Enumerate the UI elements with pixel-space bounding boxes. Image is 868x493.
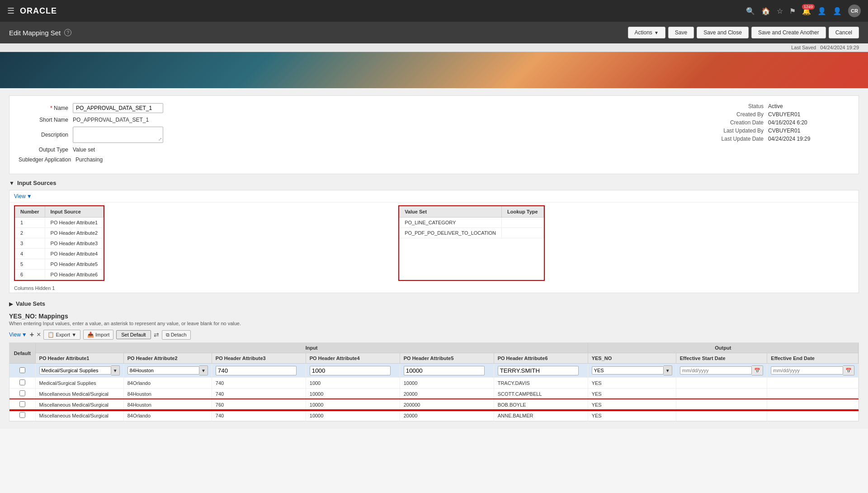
input-sources-view-btn[interactable]: View ▼: [14, 193, 32, 199]
cell-attr1[interactable]: ▼: [35, 364, 123, 378]
attr5-input[interactable]: [404, 366, 485, 375]
save-create-another-button[interactable]: Save and Create Another: [751, 27, 826, 38]
row-number: 3: [15, 238, 45, 249]
form-grid: Name Short Name PO_APPROVAL_DATA_SET_1 D…: [19, 103, 849, 166]
th-attr2: PO Header Attribute2: [123, 353, 212, 364]
table-row: ▼ ▼ ▼ 📅 📅: [9, 364, 859, 378]
cell-default[interactable]: [9, 364, 35, 378]
actions-button[interactable]: Actions ▼: [628, 27, 665, 38]
help-icon[interactable]: ?: [64, 29, 71, 36]
attr2-dropdown-btn[interactable]: ▼: [199, 365, 208, 375]
flag-icon[interactable]: ⚑: [789, 7, 796, 15]
cell-effective-start[interactable]: 📅: [676, 364, 767, 378]
row-number: 6: [15, 270, 45, 280]
mappings-view-dropdown-icon: ▼: [22, 332, 27, 338]
th-effective-start: Effective Start Date: [676, 353, 767, 364]
default-checkbox[interactable]: [19, 412, 25, 418]
list-item: 2PO Header Attribute2: [15, 228, 104, 238]
row-number: 1: [15, 218, 45, 228]
cell-effective-end[interactable]: 📅: [767, 364, 859, 378]
export-dropdown-icon: ▼: [71, 332, 76, 337]
yes-no-input[interactable]: [592, 366, 664, 374]
row-source: PO Header Attribute6: [45, 270, 104, 280]
attr1-dropdown-btn[interactable]: ▼: [111, 365, 120, 375]
input-sources-header[interactable]: ▼ Input Sources: [9, 180, 859, 186]
cell-default[interactable]: [9, 399, 35, 410]
cell-attr4: 10000: [306, 389, 400, 399]
creation-date-label: Creation Date: [705, 119, 768, 126]
cell-attr4[interactable]: [306, 364, 400, 378]
input-sources-right: Value Set Lookup Type PO_LINE_CATEGORYPO…: [399, 206, 544, 238]
cell-default[interactable]: [9, 410, 35, 421]
person2-icon[interactable]: 👤: [833, 7, 842, 15]
last-update-date-value: 04/24/2024 19:29: [768, 136, 810, 142]
effective-end-cal-btn[interactable]: 📅: [843, 365, 854, 375]
th-effective-end: Effective End Date: [767, 353, 859, 364]
last-saved-value: 04/24/2024 19:29: [820, 45, 859, 50]
cell-attr2[interactable]: ▼: [123, 364, 212, 378]
home-icon[interactable]: 🏠: [761, 7, 770, 15]
mappings-view-btn[interactable]: View ▼: [9, 332, 27, 338]
cell-attr3[interactable]: [212, 364, 306, 378]
last-updated-by-value: CVBUYER01: [768, 128, 800, 134]
cell-default[interactable]: [9, 378, 35, 389]
banner-image: [0, 52, 868, 88]
stretch-icon[interactable]: ⇄: [154, 331, 159, 338]
attr1-input[interactable]: [39, 366, 111, 374]
notification-area[interactable]: 🔔 1249: [802, 7, 811, 15]
input-sources-tables: Number Input Source 1PO Header Attribute…: [9, 203, 859, 284]
value-sets-title: Value Sets: [16, 300, 45, 307]
sub-header: Edit Mapping Set ? Actions ▼ Save Save a…: [0, 22, 868, 43]
import-button[interactable]: 📥 Import: [83, 330, 113, 340]
export-icon: 📋: [47, 332, 54, 338]
cell-attr6[interactable]: [494, 364, 588, 378]
search-icon[interactable]: 🔍: [746, 7, 755, 15]
cell-attr2: 84Orlando: [123, 410, 212, 421]
attr3-input[interactable]: [216, 366, 297, 375]
default-checkbox[interactable]: [19, 379, 25, 385]
delete-row-button[interactable]: ×: [37, 331, 41, 339]
top-nav-left: ☰ ORACLE: [7, 6, 57, 16]
effective-start-input[interactable]: [680, 366, 752, 374]
cell-yes-no[interactable]: ▼: [588, 364, 676, 378]
cell-default[interactable]: [9, 389, 35, 399]
cell-attr5[interactable]: [400, 364, 494, 378]
attr2-input[interactable]: [127, 366, 199, 374]
hamburger-icon[interactable]: ☰: [7, 6, 14, 16]
cancel-button[interactable]: Cancel: [829, 27, 859, 38]
creation-date-row: Creation Date 04/16/2024 6:20: [705, 119, 849, 126]
effective-end-input[interactable]: [771, 366, 843, 374]
add-row-button[interactable]: +: [30, 331, 34, 339]
mappings-table: Default Input Output PO Header Attribute…: [9, 343, 859, 421]
person1-icon[interactable]: 👤: [817, 7, 826, 15]
cell-attr2: 84Houston: [123, 389, 212, 399]
cell-effective-start: [676, 399, 767, 410]
detach-button[interactable]: ⧉ Detach: [162, 330, 191, 340]
cell-yes-no: YES: [588, 378, 676, 389]
row-number: 2: [15, 228, 45, 238]
output-type-value: Value set: [73, 147, 95, 153]
yes-no-dropdown-btn[interactable]: ▼: [664, 365, 672, 375]
description-input[interactable]: [73, 127, 163, 143]
save-button[interactable]: Save: [668, 27, 694, 38]
value-sets-header[interactable]: ▶ Value Sets: [9, 299, 859, 309]
input-sources-right-table: Value Set Lookup Type PO_LINE_CATEGORYPO…: [398, 205, 545, 281]
row-source: PO Header Attribute4: [45, 249, 104, 259]
default-checkbox[interactable]: [19, 401, 25, 407]
last-saved-bar: Last Saved 04/24/2024 19:29: [0, 43, 868, 52]
set-default-button[interactable]: Set Default: [116, 330, 151, 339]
avatar[interactable]: CR: [848, 5, 861, 17]
default-checkbox[interactable]: [19, 390, 25, 396]
name-input[interactable]: [73, 103, 163, 113]
effective-start-cal-btn[interactable]: 📅: [752, 365, 763, 375]
notification-count: 1249: [802, 4, 815, 9]
mappings-hint: When entering Input values, enter a valu…: [9, 321, 859, 326]
th-yes-no: YES_NO: [588, 353, 676, 364]
attr6-input[interactable]: [498, 366, 579, 375]
save-close-button[interactable]: Save and Close: [697, 27, 749, 38]
default-checkbox[interactable]: [19, 367, 25, 373]
star-icon[interactable]: ☆: [777, 7, 783, 15]
attr4-input[interactable]: [310, 366, 391, 375]
form-section: Name Short Name PO_APPROVAL_DATA_SET_1 D…: [9, 95, 859, 174]
export-button[interactable]: 📋 Export ▼: [43, 330, 80, 340]
